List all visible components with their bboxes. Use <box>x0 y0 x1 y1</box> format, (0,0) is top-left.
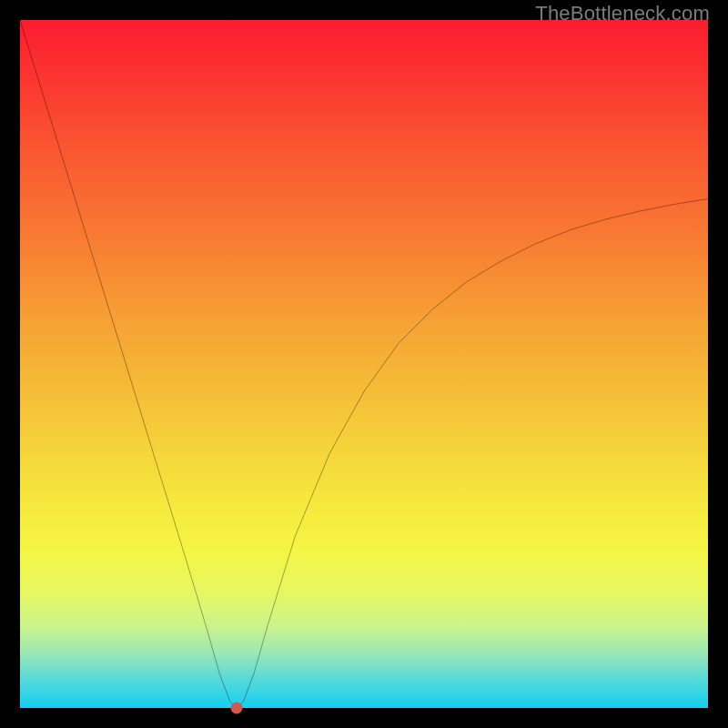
optimal-point-marker <box>231 703 243 714</box>
watermark-text: TheBottleneck.com <box>535 2 710 25</box>
chart-frame: TheBottleneck.com <box>0 0 728 728</box>
plot-area <box>20 20 708 708</box>
bottleneck-curve <box>20 20 708 708</box>
